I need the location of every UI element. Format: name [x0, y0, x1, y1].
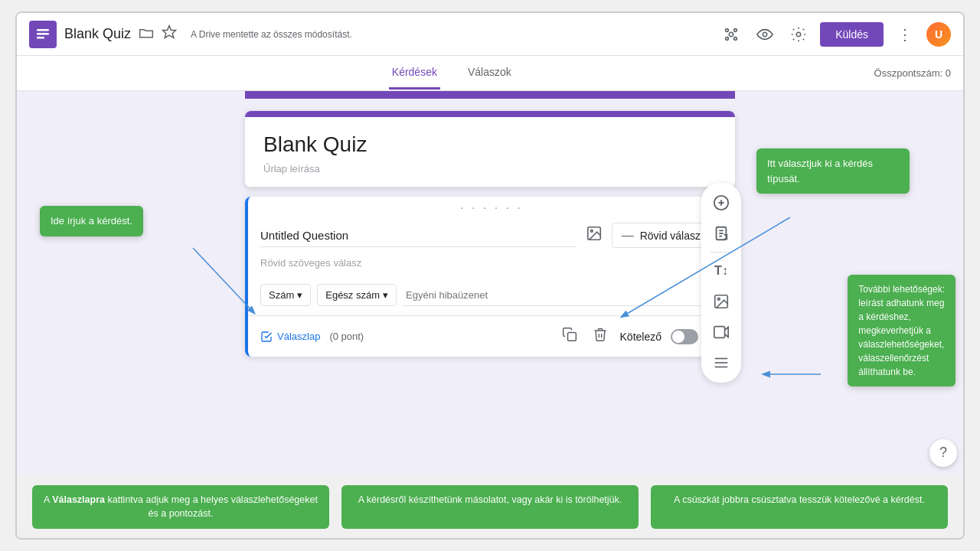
- svg-point-4: [729, 32, 733, 37]
- answer-type-label: Rövid válasz: [640, 230, 701, 242]
- annotation-answer-key: A Válaszlapra kattintva adjuk meg a hely…: [32, 485, 329, 530]
- autosave-text: A Drive mentette az összes módosítást.: [191, 29, 352, 40]
- answer-key-label: Válaszlap: [277, 331, 320, 342]
- side-tools-panel: T↕: [701, 183, 741, 383]
- settings-icon[interactable]: [786, 22, 811, 47]
- required-label: Kötelező: [620, 331, 662, 343]
- tabs-center: Kérdések Válaszok: [29, 57, 874, 90]
- star-icon[interactable]: [162, 24, 177, 44]
- validation-rule-label: Egész szám: [325, 289, 380, 301]
- form-description[interactable]: Űrlap leírása: [263, 163, 717, 174]
- card-bottom: Válaszlap (0 pont): [248, 315, 735, 357]
- total-score: Összpontszám: 0: [874, 67, 951, 79]
- answer-key-link[interactable]: Válaszlap: [260, 331, 320, 343]
- points-label: (0 pont): [329, 331, 364, 342]
- send-button[interactable]: Küldés: [820, 22, 884, 47]
- app-icon: [29, 21, 57, 48]
- delete-button[interactable]: [590, 324, 611, 349]
- form-header-card: Blank Quiz Űrlap leírása: [245, 111, 735, 187]
- avatar[interactable]: U: [926, 22, 951, 47]
- preview-icon[interactable]: [753, 22, 777, 47]
- copy-button[interactable]: [559, 324, 580, 349]
- svg-point-8: [734, 37, 737, 40]
- short-answer-icon: —: [622, 229, 634, 243]
- svg-marker-3: [163, 26, 176, 38]
- annotation-question-type: Itt választjuk ki a kérdés típusát.: [756, 148, 910, 194]
- add-question-tool[interactable]: [707, 189, 735, 217]
- svg-point-5: [726, 28, 729, 31]
- help-button[interactable]: ?: [929, 439, 957, 467]
- annotation-more-options: További lehetőségek: leírást adhatunk me…: [848, 275, 956, 386]
- svg-point-6: [734, 28, 737, 31]
- svg-rect-13: [567, 333, 576, 341]
- svg-point-10: [796, 32, 801, 37]
- question-input[interactable]: [260, 224, 577, 247]
- bottom-annotations: A Válaszlapra kattintva adjuk meg a hely…: [17, 476, 963, 539]
- more-options-icon[interactable]: ⋮: [893, 22, 917, 47]
- svg-rect-1: [37, 33, 49, 35]
- form-header: Blank Quiz Űrlap leírása: [245, 111, 735, 187]
- top-bar: Blank Quiz A Drive mentette az összes mó…: [17, 13, 963, 56]
- app-window: Blank Quiz A Drive mentette az összes mó…: [15, 11, 965, 540]
- annotation-write-question: Ide írjuk a kérdést.: [40, 206, 143, 236]
- required-toggle[interactable]: [671, 329, 698, 344]
- folder-icon[interactable]: [139, 25, 154, 43]
- add-image-icon[interactable]: [586, 225, 603, 246]
- top-bar-left: Blank Quiz A Drive mentette az összes mó…: [29, 21, 719, 48]
- annotation-required: A csúszkát jobbra csúsztatva tesszük köt…: [651, 485, 948, 530]
- question-card: · · · · · · — Rövid válasz ▾ Rövid szöve…: [245, 197, 735, 357]
- svg-point-9: [763, 32, 767, 37]
- add-section-tool[interactable]: [707, 349, 735, 377]
- validation-row: Szám ▾ Egész szám ▾ ✕: [248, 278, 735, 315]
- top-bar-right: Küldés ⋮ U: [719, 22, 951, 47]
- svg-rect-0: [37, 29, 49, 31]
- tab-questions[interactable]: Kérdések: [389, 57, 440, 90]
- validation-rule-selector[interactable]: Egész szám ▾: [317, 284, 397, 306]
- validation-type-label: Szám: [269, 289, 294, 301]
- svg-point-7: [726, 37, 729, 40]
- main-content: Blank Quiz Űrlap leírása · · · · · · —: [17, 91, 963, 476]
- drag-handle[interactable]: · · · · · ·: [248, 197, 735, 217]
- svg-rect-23: [714, 327, 725, 338]
- annotation-copy-delete: A kérdésről készíthetünk másolatot, vagy…: [341, 485, 639, 530]
- bold-valaszlap: Válaszlapra: [52, 494, 105, 505]
- add-image-tool[interactable]: [707, 288, 735, 315]
- validation-type-selector[interactable]: Szám ▾: [260, 284, 311, 306]
- svg-point-22: [717, 298, 720, 300]
- document-title: Blank Quiz: [64, 26, 131, 42]
- svg-rect-2: [37, 37, 44, 39]
- form-title[interactable]: Blank Quiz: [263, 132, 717, 157]
- validation-type-arrow: ▾: [297, 289, 302, 301]
- add-title-tool[interactable]: T↕: [707, 257, 735, 285]
- import-question-tool[interactable]: [707, 220, 735, 247]
- validation-rule-arrow: ▾: [383, 289, 388, 301]
- svg-point-12: [590, 230, 593, 232]
- custom-error-input[interactable]: [403, 285, 705, 306]
- tabs-bar: Kérdések Válaszok Összpontszám: 0: [17, 56, 963, 91]
- tab-answers[interactable]: Válaszok: [465, 57, 514, 90]
- customize-icon[interactable]: [719, 22, 743, 47]
- answer-hint: Rövid szöveges válasz: [248, 254, 735, 278]
- question-row: — Rövid válasz ▾: [248, 217, 735, 254]
- add-video-tool[interactable]: [707, 318, 735, 346]
- tool-divider: [710, 252, 732, 253]
